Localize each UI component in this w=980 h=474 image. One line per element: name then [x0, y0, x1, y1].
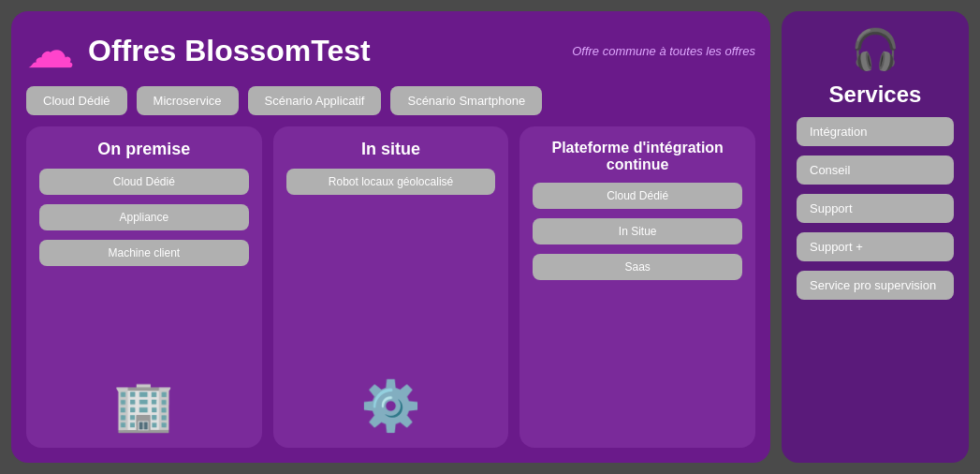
- building-icon: 🏢: [113, 378, 174, 435]
- btn-saas[interactable]: Saas: [533, 254, 742, 280]
- btn-appliance[interactable]: Appliance: [39, 204, 249, 230]
- service-support-plus[interactable]: Support +: [797, 232, 954, 261]
- services-panel: 🎧 Services Intégration Conseil Support S…: [782, 11, 969, 463]
- cloud-icon: ☁: [26, 26, 75, 75]
- service-integration[interactable]: Intégration: [797, 117, 954, 146]
- tab-microservice[interactable]: Microservice: [137, 86, 239, 115]
- service-support[interactable]: Support: [797, 194, 954, 223]
- btn-cloud-dedie-platform[interactable]: Cloud Dédié: [533, 183, 742, 209]
- services-title: Services: [829, 81, 922, 108]
- service-conseil[interactable]: Conseil: [797, 156, 954, 185]
- card-on-premise-title: On premise: [97, 140, 190, 159]
- tab-scenario-applicatif[interactable]: Scénario Applicatif: [248, 86, 382, 115]
- header: ☁ Offres BlossomTest Offre commune à tou…: [26, 26, 755, 75]
- card-plateforme-title: Plateforme d'intégration continue: [533, 140, 742, 173]
- page-title: Offres BlossomTest: [88, 34, 371, 68]
- cards-row: On premise Cloud Dédié Appliance Machine…: [26, 126, 755, 448]
- btn-machine-client[interactable]: Machine client: [39, 240, 249, 266]
- main-area: ☁ Offres BlossomTest Offre commune à tou…: [11, 11, 770, 463]
- btn-in-situe-platform[interactable]: In Situe: [533, 218, 742, 244]
- tab-scenario-smartphone[interactable]: Scénario Smartphone: [390, 86, 542, 115]
- card-in-situe: In situe Robot locaux géolocalisé ⚙️: [273, 126, 509, 448]
- page-subtitle: Offre commune à toutes les offres: [572, 44, 755, 58]
- tabs-row: Cloud Dédié Microservice Scénario Applic…: [26, 86, 755, 115]
- headset-icon: 🎧: [851, 26, 900, 72]
- card-on-premise: On premise Cloud Dédié Appliance Machine…: [26, 126, 262, 448]
- card-in-situe-title: In situe: [361, 140, 420, 159]
- robot-icon: ⚙️: [360, 378, 421, 435]
- service-pro-supervision[interactable]: Service pro supervision: [797, 271, 954, 300]
- btn-cloud-dedie-premise[interactable]: Cloud Dédié: [39, 169, 249, 195]
- btn-robot-locaux[interactable]: Robot locaux géolocalisé: [286, 169, 496, 195]
- tab-cloud-dedie[interactable]: Cloud Dédié: [26, 86, 127, 115]
- card-plateforme: Plateforme d'intégration continue Cloud …: [519, 126, 755, 448]
